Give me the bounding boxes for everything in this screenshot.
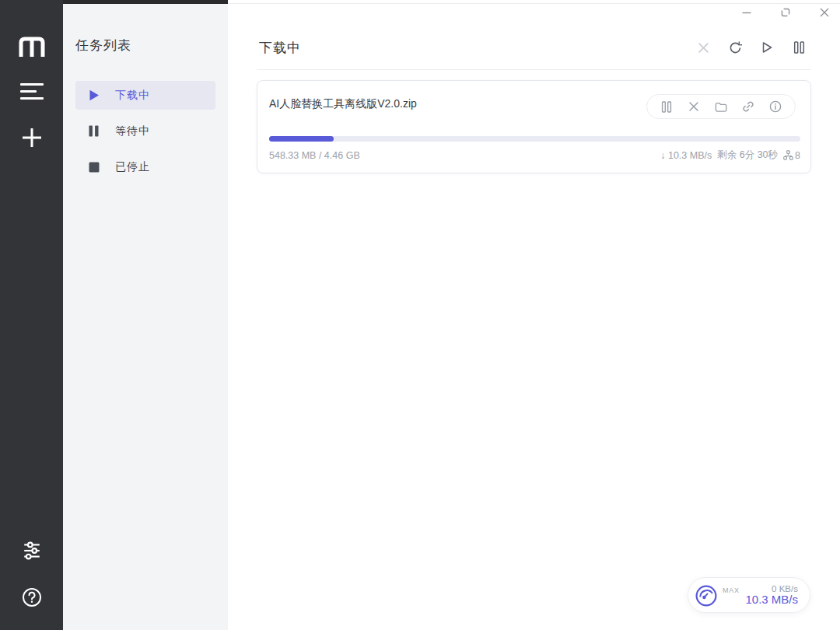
add-task-icon[interactable] xyxy=(19,125,44,150)
sidebar-item-label: 下载中 xyxy=(115,89,150,103)
pause-task-icon[interactable] xyxy=(660,100,673,113)
resume-all-icon[interactable] xyxy=(760,40,774,54)
window-controls xyxy=(716,5,832,20)
pause-icon xyxy=(88,125,100,137)
header-toolbar xyxy=(696,40,806,54)
speedometer-icon xyxy=(695,584,718,607)
task-list-panel: 任务列表 下载中 等待中 已停止 xyxy=(63,4,228,630)
header-divider xyxy=(257,69,811,70)
preferences-icon[interactable] xyxy=(21,540,43,562)
delete-selected-icon[interactable] xyxy=(696,40,710,54)
task-speed-info: ↓ 10.3 MB/s 剩余 6分 30秒 8 xyxy=(660,149,800,162)
speed-widget[interactable]: MAX 0 KB/s 10.3 MB/s xyxy=(688,577,810,613)
task-action-bar xyxy=(646,94,796,119)
pause-all-icon[interactable] xyxy=(792,40,806,54)
connections: 8 xyxy=(783,150,800,161)
copy-link-icon[interactable] xyxy=(742,100,754,113)
minimize-icon[interactable] xyxy=(739,5,754,20)
window-top-border xyxy=(228,3,840,4)
refresh-icon[interactable] xyxy=(728,40,742,54)
sidebar-item-label: 等待中 xyxy=(115,124,150,138)
download-task-card[interactable]: AI人脸替换工具离线版V2.0.zip xyxy=(257,80,811,173)
page-title: 下载中 xyxy=(259,39,301,57)
close-icon[interactable] xyxy=(817,5,832,20)
sidebar-item-label: 已停止 xyxy=(115,160,150,174)
connections-count: 8 xyxy=(795,150,800,161)
sidebar-item-waiting[interactable]: 等待中 xyxy=(75,117,215,145)
app-window: 任务列表 下载中 等待中 已停止 xyxy=(0,0,840,630)
max-speed-label: MAX xyxy=(723,586,740,594)
task-list-icon[interactable] xyxy=(19,80,45,103)
motrix-m-logo xyxy=(16,31,48,61)
play-icon xyxy=(88,89,100,101)
sidebar-item-downloading[interactable]: 下载中 xyxy=(75,81,215,110)
remaining-time-text: 剩余 6分 30秒 xyxy=(717,149,778,162)
app-sidebar xyxy=(0,0,63,630)
download-speed-value: 10.3 MB/s xyxy=(745,593,798,606)
maximize-icon[interactable] xyxy=(778,5,793,20)
help-icon[interactable] xyxy=(20,586,44,609)
delete-task-icon[interactable] xyxy=(688,100,700,113)
main-area: 下载中 AI人脸替换工具离线版V2.0.zip xyxy=(228,0,840,630)
sidebar-item-stopped[interactable]: 已停止 xyxy=(75,152,215,181)
stop-icon xyxy=(88,161,100,173)
panel-title: 任务列表 xyxy=(75,37,131,54)
task-size-text: 548.33 MB / 4.46 GB xyxy=(269,150,360,161)
open-folder-icon[interactable] xyxy=(715,100,727,113)
info-icon[interactable] xyxy=(769,100,782,113)
download-speed-text: ↓ 10.3 MB/s xyxy=(660,150,712,161)
task-filename: AI人脸替换工具离线版V2.0.zip xyxy=(269,97,417,111)
task-status-row: 548.33 MB / 4.46 GB ↓ 10.3 MB/s 剩余 6分 30… xyxy=(269,149,800,162)
progress-fill xyxy=(269,136,334,142)
progress-bar xyxy=(269,136,800,142)
connections-icon xyxy=(783,150,793,160)
